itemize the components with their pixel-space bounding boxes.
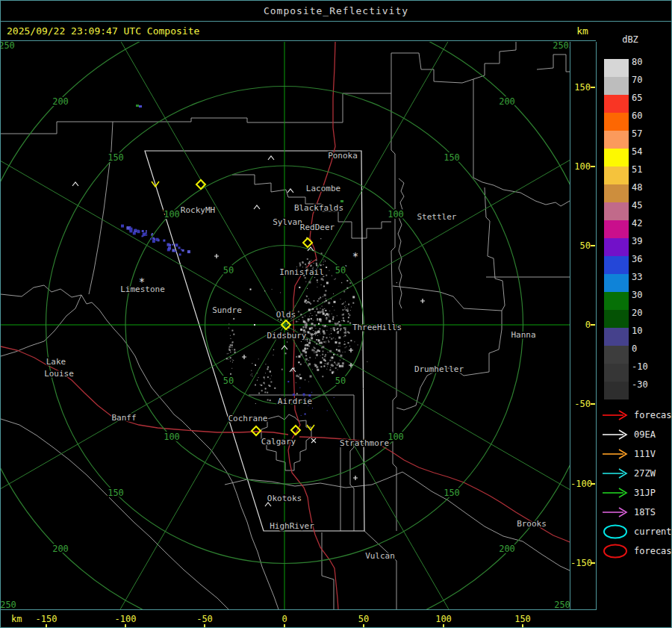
radar-echo-speckle	[308, 282, 311, 284]
legend-arrow-icon	[601, 426, 631, 446]
right-axis-tick-label: -100	[570, 479, 591, 489]
dbz-value-label: 48	[632, 182, 642, 193]
right-axis-tick-label: 0	[570, 320, 591, 330]
asterisk-marker-icon: *	[352, 250, 358, 262]
radar-echo-speckle	[346, 346, 346, 347]
dbz-swatch-36	[604, 256, 629, 274]
radar-echo-speckle	[329, 337, 330, 338]
bottom-axis-tick-label: 50	[346, 614, 382, 624]
radar-echo-speckle	[314, 341, 315, 342]
radar-echo-speckle	[319, 311, 321, 314]
radar-echo-speckle	[273, 355, 274, 355]
radar-echo-speckle	[305, 379, 305, 380]
radar-echo-speckle	[343, 359, 344, 360]
radar-echo-speckle	[305, 277, 306, 279]
dbz-value-label: 10	[632, 326, 642, 336]
radar-echo-speckle	[343, 327, 345, 329]
legend-item-current: current	[597, 523, 672, 540]
range-ring-label: 100	[388, 209, 404, 220]
radar-echo-speckle	[230, 361, 231, 361]
radar-echo-speckle	[232, 341, 234, 343]
radar-echo-speckle	[309, 332, 311, 334]
radar-echo-speckle	[261, 385, 262, 386]
radar-echo-speckle	[321, 347, 322, 348]
radar-echo-speckle	[296, 393, 298, 394]
radar-echo-speckle	[328, 302, 330, 304]
bottom-axis-tick	[125, 624, 126, 628]
dbz-swatch-51	[604, 167, 629, 184]
radar-echo-speckle	[265, 364, 266, 364]
radar-echo-speckle	[326, 282, 329, 284]
bottom-axis-tick	[204, 624, 205, 628]
radar-echo-speckle	[307, 332, 309, 334]
radar-echo-speckle	[298, 311, 299, 312]
radar-echo-speckle	[346, 305, 346, 306]
radar-echo-speckle	[303, 328, 304, 329]
legend-arrow-icon	[601, 465, 631, 485]
radar-echo-speckle	[306, 344, 308, 346]
dbz-value-label: 0	[632, 343, 637, 354]
right-axis-tick-label: 100	[570, 161, 591, 172]
right-axis-tick-label: -50	[570, 399, 591, 409]
radar-echo-speckle	[336, 341, 337, 342]
range-ring-label: 50	[335, 265, 346, 276]
radar-echo-speckle	[331, 364, 333, 366]
radar-echo-blue	[142, 230, 144, 232]
radar-echo-speckle	[293, 394, 295, 396]
dbz-value-label: 42	[632, 218, 642, 228]
radar-echo-speckle	[296, 382, 296, 383]
dbz-value-label: 33	[632, 272, 642, 282]
radar-echo-speckle	[270, 400, 271, 401]
radar-echo-speckle	[307, 340, 308, 341]
radar-echo-speckle	[305, 362, 305, 363]
radar-echo-speckle	[307, 341, 308, 342]
radar-echo-speckle	[329, 350, 332, 352]
radar-echo-speckle	[322, 302, 323, 302]
radar-echo-speckle	[340, 346, 340, 346]
range-ring-label: 50	[223, 376, 234, 386]
radar-echo-speckle	[332, 306, 333, 307]
radar-echo-speckle	[340, 299, 341, 299]
radar-echo-speckle	[344, 341, 345, 342]
radar-echo-speckle	[323, 296, 323, 297]
radar-echo-speckle	[305, 316, 305, 317]
city-label: Banff	[111, 413, 136, 423]
radar-echo-speckle	[326, 318, 327, 320]
radar-echo-speckle	[314, 364, 314, 365]
range-ring-label: 100	[164, 432, 180, 442]
radar-echo-speckle	[320, 366, 322, 367]
radar-echo-speckle	[323, 279, 324, 281]
right-axis: 150100500-50-100-150	[570, 42, 597, 609]
radar-echo-speckle	[326, 369, 327, 370]
radar-echo-speckle	[274, 388, 276, 389]
radar-echo-speckle	[311, 349, 314, 351]
radar-echo-speckle	[302, 317, 303, 318]
right-axis-tick	[591, 483, 595, 485]
radar-echo-speckle	[232, 360, 233, 361]
dbz-value-label: 51	[632, 164, 642, 175]
radar-echo-speckle	[297, 321, 298, 322]
radar-echo-speckle	[303, 394, 305, 396]
legend-item-111V: 111V	[597, 446, 672, 462]
radar-echo-speckle	[315, 358, 316, 358]
radar-echo-speckle	[270, 382, 272, 383]
radar-echo-speckle	[345, 329, 346, 331]
legend-item-27ZW: 27ZW	[597, 465, 672, 482]
radar-echo-speckle	[331, 299, 332, 299]
radar-echo-speckle	[314, 347, 314, 348]
radar-echo-speckle	[316, 366, 318, 368]
radar-echo-speckle	[272, 289, 273, 290]
radar-echo-speckle	[332, 314, 332, 314]
radar-echo-speckle	[333, 354, 335, 355]
radar-echo-speckle	[322, 357, 323, 358]
radar-echo-speckle	[345, 327, 346, 329]
dbz-value-label: 45	[632, 200, 642, 211]
radar-echo-blue	[156, 238, 159, 241]
color-scale-title: dBZ	[597, 34, 664, 45]
radar-echo-blue	[143, 235, 144, 237]
legend-ellipse-icon	[601, 523, 631, 543]
radar-echo-speckle	[316, 328, 317, 329]
radar-echo-speckle	[342, 362, 344, 364]
radar-echo-speckle	[305, 301, 306, 302]
radar-echo-speckle	[333, 293, 334, 294]
